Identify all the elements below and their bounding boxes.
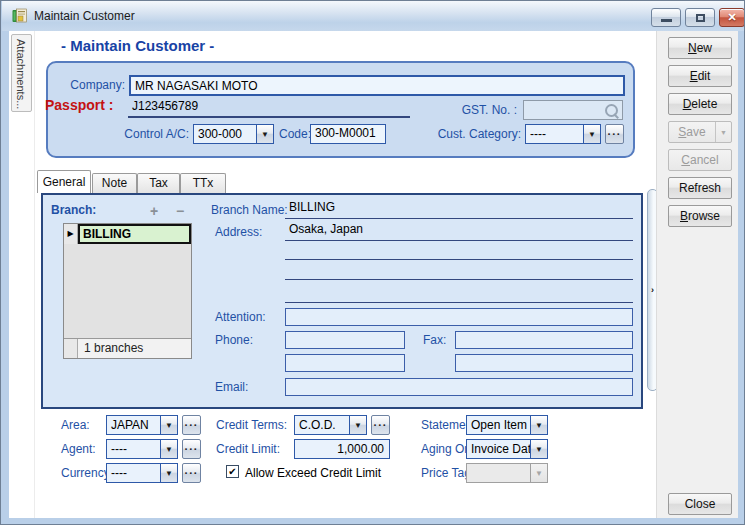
collapse-right-icon: › bbox=[651, 285, 654, 295]
save-split-arrow-icon[interactable]: ▼ bbox=[716, 122, 731, 142]
email-field[interactable] bbox=[285, 378, 633, 396]
window-content: Attachments... - Maintain Customer - Com… bbox=[9, 31, 738, 518]
fax-label: Fax: bbox=[423, 333, 446, 347]
passport-field[interactable]: J123456789 bbox=[128, 99, 410, 118]
add-branch-icon[interactable]: + bbox=[150, 205, 158, 217]
credit-limit-label: Credit Limit: bbox=[216, 442, 280, 456]
cust-category-label: Cust. Category: bbox=[409, 127, 521, 141]
tab-ttx[interactable]: TTx bbox=[180, 173, 226, 193]
sidebar-divider bbox=[34, 31, 35, 518]
area-dropdown[interactable]: JAPAN ▼ bbox=[106, 415, 178, 435]
cust-category-dropdown[interactable]: ---- ▼ bbox=[525, 124, 601, 144]
chevron-down-icon[interactable]: ▼ bbox=[349, 416, 366, 434]
attachments-tab[interactable]: Attachments... bbox=[11, 34, 32, 112]
chevron-down-icon[interactable]: ▼ bbox=[160, 464, 177, 482]
credit-terms-dropdown[interactable]: C.O.D. ▼ bbox=[294, 415, 367, 435]
chevron-down-icon[interactable]: ▼ bbox=[530, 440, 547, 458]
phone1-field[interactable] bbox=[285, 331, 405, 349]
chevron-down-icon[interactable]: ▼ bbox=[583, 125, 600, 143]
agent-dropdown[interactable]: ---- ▼ bbox=[106, 439, 178, 459]
statement-dropdown[interactable]: Open Item ▼ bbox=[466, 415, 548, 435]
browse-button[interactable]: Browse bbox=[668, 205, 732, 227]
titlebar: Maintain Customer ✕ bbox=[2, 1, 745, 31]
save-button-label[interactable]: Save bbox=[669, 122, 716, 142]
fax2-field[interactable] bbox=[455, 354, 633, 372]
code-label: Code: bbox=[279, 127, 311, 141]
statement-value: Open Item bbox=[467, 416, 530, 434]
phone-label: Phone: bbox=[215, 333, 253, 347]
row-selector-icon: ▶ bbox=[64, 224, 78, 244]
tab-note[interactable]: Note bbox=[92, 173, 137, 193]
footer-selector-cell bbox=[64, 339, 78, 358]
gst-no-field bbox=[523, 100, 623, 120]
address-line2-field[interactable] bbox=[285, 244, 633, 260]
delete-button[interactable]: Delete bbox=[668, 93, 732, 115]
chevron-down-icon[interactable]: ▼ bbox=[256, 125, 273, 143]
minimize-button[interactable] bbox=[651, 8, 681, 27]
control-ac-dropdown[interactable]: 300-000 ▼ bbox=[193, 124, 274, 144]
refresh-button[interactable]: Refresh bbox=[668, 177, 732, 199]
credit-terms-label: Credit Terms: bbox=[216, 418, 287, 432]
cust-category-value: ---- bbox=[526, 125, 583, 143]
address-line4-field[interactable] bbox=[285, 285, 633, 303]
search-icon[interactable] bbox=[604, 103, 619, 118]
save-button[interactable]: Save ▼ bbox=[668, 121, 732, 143]
branch-row-cell[interactable]: BILLING bbox=[78, 224, 191, 244]
address-line1-field[interactable]: Osaka, Japan bbox=[285, 222, 633, 241]
currency-value: ---- bbox=[107, 464, 160, 482]
attention-field[interactable] bbox=[285, 308, 633, 326]
maximize-button[interactable] bbox=[685, 8, 715, 27]
agent-value: ---- bbox=[107, 440, 160, 458]
code-field[interactable]: 300-M0001 bbox=[310, 124, 386, 144]
area-more-button[interactable]: ··· bbox=[182, 415, 201, 435]
tab-general[interactable]: General bbox=[37, 170, 91, 193]
window-title: Maintain Customer bbox=[34, 9, 135, 23]
company-label: Company: bbox=[41, 78, 125, 92]
new-button[interactable]: New bbox=[668, 37, 732, 59]
credit-limit-field[interactable]: 1,000.00 bbox=[294, 439, 390, 459]
branch-name-field[interactable]: BILLING bbox=[285, 200, 633, 219]
branch-label: Branch: bbox=[51, 203, 96, 217]
edit-button[interactable]: Edit bbox=[668, 65, 732, 87]
control-ac-value: 300-000 bbox=[194, 125, 256, 143]
maintain-customer-window: Maintain Customer ✕ Attachments... - Mai… bbox=[0, 0, 745, 525]
passport-label: Passport : bbox=[45, 97, 113, 113]
price-tag-value bbox=[467, 464, 530, 482]
company-field[interactable]: MR NAGASAKI MOTO bbox=[129, 75, 625, 96]
allow-exceed-label: Allow Exceed Credit Limit bbox=[245, 466, 381, 480]
branch-row[interactable]: ▶ BILLING bbox=[64, 224, 191, 244]
maximize-icon bbox=[696, 14, 705, 22]
currency-dropdown[interactable]: ---- ▼ bbox=[106, 463, 178, 483]
credit-terms-more-button[interactable]: ··· bbox=[371, 415, 390, 435]
branch-name-label: Branch Name: bbox=[211, 203, 288, 217]
area-value: JAPAN bbox=[107, 416, 160, 434]
branch-count: 1 branches bbox=[78, 339, 191, 358]
attention-label: Attention: bbox=[215, 310, 266, 324]
area-label: Area: bbox=[61, 418, 90, 432]
cust-category-more-button[interactable]: ··· bbox=[605, 124, 624, 144]
price-tag-dropdown: ▼ bbox=[466, 463, 548, 483]
currency-more-button[interactable]: ··· bbox=[182, 463, 201, 483]
aging-on-value: Invoice Date bbox=[467, 440, 530, 458]
agent-more-button[interactable]: ··· bbox=[182, 439, 201, 459]
close-button[interactable]: Close bbox=[668, 493, 732, 515]
cancel-button[interactable]: Cancel bbox=[668, 149, 732, 171]
chevron-down-icon[interactable]: ▼ bbox=[160, 416, 177, 434]
credit-terms-value: C.O.D. bbox=[295, 416, 349, 434]
fax1-field[interactable] bbox=[455, 331, 633, 349]
branch-grid: ▶ BILLING 1 branches bbox=[63, 223, 192, 359]
address-label: Address: bbox=[215, 225, 262, 239]
gst-no-label: GST. No. : bbox=[411, 103, 517, 117]
address-line3-field[interactable] bbox=[285, 264, 633, 280]
chevron-down-icon[interactable]: ▼ bbox=[160, 440, 177, 458]
minimize-icon bbox=[661, 19, 672, 22]
close-window-button[interactable]: ✕ bbox=[719, 8, 745, 27]
chevron-down-icon[interactable]: ▼ bbox=[530, 416, 547, 434]
branch-grid-footer: 1 branches bbox=[64, 338, 191, 358]
phone2-field[interactable] bbox=[285, 354, 405, 372]
control-ac-label: Control A/C: bbox=[117, 127, 189, 141]
aging-on-dropdown[interactable]: Invoice Date ▼ bbox=[466, 439, 548, 459]
tab-tax[interactable]: Tax bbox=[137, 173, 180, 193]
remove-branch-icon[interactable]: − bbox=[176, 205, 184, 217]
allow-exceed-checkbox[interactable]: ✔ bbox=[226, 465, 239, 478]
